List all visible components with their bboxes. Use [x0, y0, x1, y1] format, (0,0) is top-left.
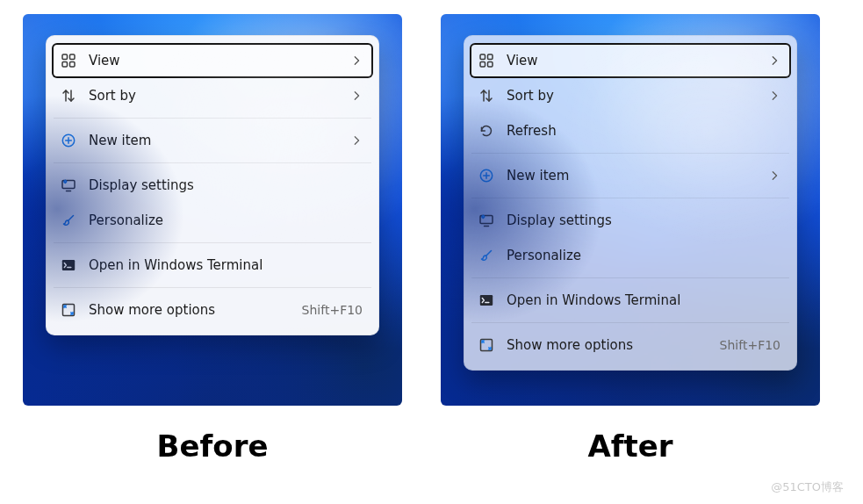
- menu-item-display[interactable]: Display settings: [52, 168, 373, 203]
- display-gear-icon: [61, 177, 76, 193]
- menu-item-label: Sort by: [89, 88, 338, 104]
- menu-item-terminal[interactable]: Open in Windows Terminal: [470, 283, 791, 318]
- menu-item-sortby[interactable]: Sort by: [52, 78, 373, 113]
- menu-separator: [54, 162, 371, 163]
- sort-icon: [61, 88, 76, 104]
- menu-group: Open in Windows Terminal: [470, 281, 791, 320]
- menu-item-label: Show more options: [89, 302, 290, 318]
- before-wallpaper: ViewSort byNew itemDisplay settingsPerso…: [23, 14, 402, 406]
- menu-item-shortcut: Shift+F10: [720, 338, 780, 352]
- chevron-right-icon: [350, 135, 363, 146]
- menu-separator: [54, 242, 371, 243]
- menu-item-label: Refresh: [507, 123, 780, 139]
- menu-item-label: Display settings: [507, 212, 780, 228]
- menu-separator: [471, 277, 789, 278]
- menu-item-label: Open in Windows Terminal: [507, 292, 780, 308]
- menu-separator: [54, 287, 371, 288]
- menu-item-label: Display settings: [89, 177, 363, 193]
- menu-item-view[interactable]: View: [52, 43, 373, 78]
- menu-item-personal[interactable]: Personalize: [52, 203, 373, 238]
- menu-item-label: Sort by: [507, 88, 756, 104]
- menu-item-more[interactable]: Show more optionsShift+F10: [470, 328, 791, 363]
- menu-item-personal[interactable]: Personalize: [470, 238, 791, 273]
- menu-item-sortby[interactable]: Sort by: [470, 78, 791, 113]
- after-column: ViewSort byRefreshNew itemDisplay settin…: [441, 14, 820, 464]
- menu-group: Display settingsPersonalize: [470, 201, 791, 275]
- menu-item-display[interactable]: Display settings: [470, 203, 791, 238]
- grid-icon: [478, 53, 494, 68]
- display-gear-icon: [478, 212, 494, 228]
- menu-item-label: New item: [507, 168, 756, 184]
- menu-separator: [471, 198, 789, 198]
- menu-item-view[interactable]: View: [470, 43, 791, 78]
- before-caption: Before: [157, 428, 269, 464]
- menu-group: ViewSort by: [52, 41, 373, 115]
- menu-group: ViewSort byRefresh: [470, 41, 791, 150]
- menu-item-label: Personalize: [507, 248, 780, 263]
- menu-separator: [54, 118, 371, 119]
- terminal-icon: [478, 292, 494, 308]
- menu-item-label: Personalize: [89, 212, 363, 228]
- menu-group: New item: [52, 121, 373, 160]
- chevron-right-icon: [768, 170, 780, 181]
- menu-group: Show more optionsShift+F10: [52, 291, 373, 329]
- menu-group: New item: [470, 156, 791, 195]
- menu-separator: [471, 153, 789, 154]
- menu-item-label: View: [507, 53, 756, 68]
- menu-group: Show more optionsShift+F10: [470, 326, 791, 364]
- brush-icon: [478, 248, 494, 263]
- menu-item-label: View: [89, 53, 338, 68]
- menu-item-newitem[interactable]: New item: [52, 123, 373, 158]
- context-menu-before: ViewSort byNew itemDisplay settingsPerso…: [46, 35, 379, 335]
- menu-item-newitem[interactable]: New item: [470, 158, 791, 193]
- chevron-right-icon: [350, 90, 363, 101]
- terminal-icon: [61, 257, 76, 273]
- menu-group: Open in Windows Terminal: [52, 246, 373, 284]
- plus-circle-icon: [61, 133, 76, 148]
- menu-separator: [471, 322, 789, 323]
- expand-icon: [478, 337, 494, 353]
- watermark: @51CTO博客: [771, 479, 844, 495]
- menu-item-terminal[interactable]: Open in Windows Terminal: [52, 248, 373, 283]
- menu-item-more[interactable]: Show more optionsShift+F10: [52, 292, 373, 328]
- context-menu-after: ViewSort byRefreshNew itemDisplay settin…: [464, 35, 797, 371]
- refresh-icon: [478, 123, 494, 139]
- menu-item-shortcut: Shift+F10: [302, 303, 363, 317]
- menu-group: Display settingsPersonalize: [52, 166, 373, 240]
- before-column: ViewSort byNew itemDisplay settingsPerso…: [23, 14, 402, 464]
- after-wallpaper: ViewSort byRefreshNew itemDisplay settin…: [441, 14, 820, 406]
- comparison-stage: ViewSort byNew itemDisplay settingsPerso…: [0, 0, 863, 464]
- menu-item-label: New item: [89, 133, 338, 148]
- brush-icon: [61, 212, 76, 228]
- sort-icon: [478, 88, 494, 104]
- menu-item-label: Show more options: [507, 337, 708, 353]
- menu-item-label: Open in Windows Terminal: [89, 257, 363, 273]
- chevron-right-icon: [768, 90, 780, 101]
- menu-item-refresh[interactable]: Refresh: [470, 113, 791, 148]
- chevron-right-icon: [350, 55, 363, 66]
- expand-icon: [61, 302, 76, 318]
- grid-icon: [61, 53, 76, 68]
- chevron-right-icon: [768, 55, 780, 66]
- plus-circle-icon: [478, 168, 494, 184]
- after-caption: After: [587, 428, 672, 464]
